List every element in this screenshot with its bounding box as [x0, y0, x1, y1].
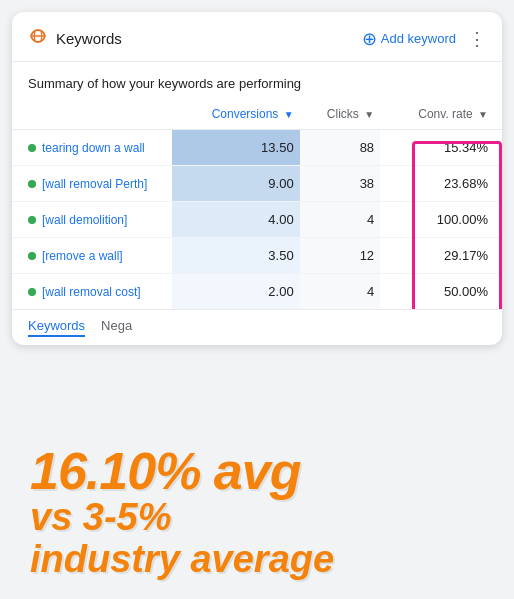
- conv-rate-cell: 100.00%: [380, 202, 502, 238]
- table-row: tearing down a wall 13.508815.34%: [12, 130, 502, 166]
- keyword-cell: [remove a wall]: [12, 238, 172, 274]
- table-row: [wall removal Perth] 9.003823.68%: [12, 166, 502, 202]
- keyword-name[interactable]: [wall removal cost]: [42, 285, 141, 299]
- overlay-line3: industry average: [30, 539, 334, 581]
- col-conv-rate[interactable]: Conv. rate ▼: [380, 99, 502, 130]
- card-header: Keywords ⊕ Add keyword ⋮: [12, 12, 502, 62]
- clicks-cell: 4: [300, 202, 380, 238]
- clicks-cell: 4: [300, 274, 380, 310]
- add-keyword-button[interactable]: ⊕ Add keyword: [362, 28, 456, 50]
- conv-rate-cell: 29.17%: [380, 238, 502, 274]
- conv-rate-cell: 50.00%: [380, 274, 502, 310]
- keywords-table-wrapper: Conversions ▼ Clicks ▼ Conv. rate ▼: [12, 99, 502, 309]
- clicks-cell: 88: [300, 130, 380, 166]
- tab-negative[interactable]: Nega: [101, 318, 132, 337]
- conversions-cell: 2.00: [172, 274, 300, 310]
- conversions-sort-icon: ▼: [284, 109, 294, 120]
- col-conversions-label: Conversions: [212, 107, 279, 121]
- status-dot: [28, 288, 36, 296]
- status-dot: [28, 144, 36, 152]
- table-row: [wall removal cost] 2.00450.00%: [12, 274, 502, 310]
- keyword-cell: [wall demolition]: [12, 202, 172, 238]
- conversions-cell: 4.00: [172, 202, 300, 238]
- plus-icon: ⊕: [362, 28, 377, 50]
- keywords-table: Conversions ▼ Clicks ▼ Conv. rate ▼: [12, 99, 502, 309]
- keyword-cell: [wall removal cost]: [12, 274, 172, 310]
- tab-keywords[interactable]: Keywords: [28, 318, 85, 337]
- keyword-name[interactable]: [wall removal Perth]: [42, 177, 147, 191]
- clicks-cell: 38: [300, 166, 380, 202]
- conv-rate-cell: 23.68%: [380, 166, 502, 202]
- col-clicks-label: Clicks: [327, 107, 359, 121]
- table-header-row: Conversions ▼ Clicks ▼ Conv. rate ▼: [12, 99, 502, 130]
- add-keyword-label: Add keyword: [381, 31, 456, 46]
- col-conversions[interactable]: Conversions ▼: [172, 99, 300, 130]
- status-dot: [28, 180, 36, 188]
- table-row: [remove a wall] 3.501229.17%: [12, 238, 502, 274]
- status-dot: [28, 216, 36, 224]
- overlay-line1: 16.10% avg: [30, 445, 334, 497]
- header-title: Keywords: [56, 30, 122, 47]
- conversions-cell: 13.50: [172, 130, 300, 166]
- keyword-cell: tearing down a wall: [12, 130, 172, 166]
- conv-rate-cell: 15.34%: [380, 130, 502, 166]
- col-conv-rate-label: Conv. rate: [418, 107, 472, 121]
- keyword-name[interactable]: [wall demolition]: [42, 213, 127, 227]
- table-row: [wall demolition] 4.004100.00%: [12, 202, 502, 238]
- more-options-icon[interactable]: ⋮: [468, 28, 486, 50]
- overlay-text: 16.10% avg vs 3-5% industry average: [30, 445, 334, 581]
- keywords-card: Keywords ⊕ Add keyword ⋮ Summary of how …: [12, 12, 502, 345]
- header-right: ⊕ Add keyword ⋮: [362, 28, 486, 50]
- keywords-icon: [28, 26, 48, 51]
- status-dot: [28, 252, 36, 260]
- keyword-cell: [wall removal Perth]: [12, 166, 172, 202]
- overlay-line2: vs 3-5%: [30, 497, 334, 539]
- header-left: Keywords: [28, 26, 122, 51]
- conv-rate-sort-icon: ▼: [478, 109, 488, 120]
- conversions-cell: 9.00: [172, 166, 300, 202]
- col-keyword: [12, 99, 172, 130]
- summary-text: Summary of how your keywords are perform…: [12, 62, 502, 99]
- clicks-cell: 12: [300, 238, 380, 274]
- keyword-name[interactable]: [remove a wall]: [42, 249, 123, 263]
- clicks-sort-icon: ▼: [364, 109, 374, 120]
- bottom-tabs: Keywords Nega: [12, 309, 502, 345]
- col-clicks[interactable]: Clicks ▼: [300, 99, 380, 130]
- conversions-cell: 3.50: [172, 238, 300, 274]
- keyword-name[interactable]: tearing down a wall: [42, 141, 145, 155]
